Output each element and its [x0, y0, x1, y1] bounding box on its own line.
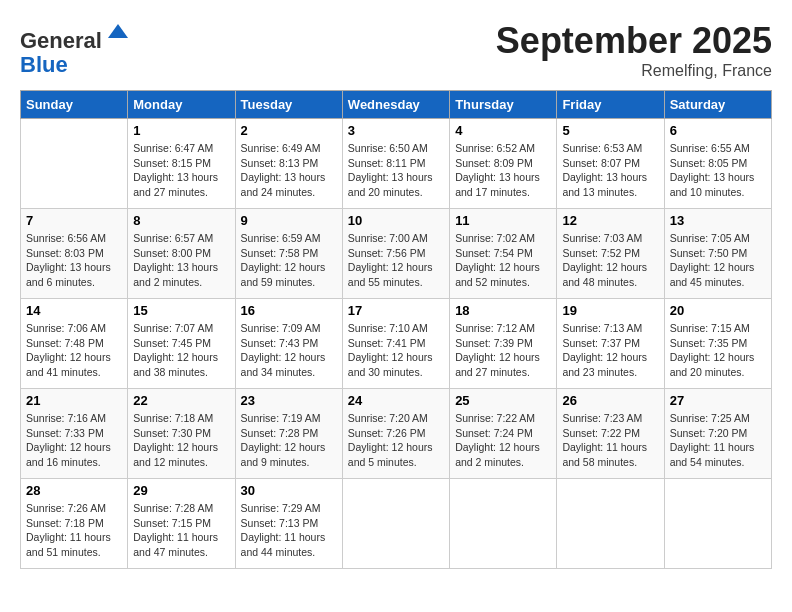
day-info: Sunrise: 7:02 AMSunset: 7:54 PMDaylight:… [455, 231, 551, 290]
day-info: Sunrise: 7:23 AMSunset: 7:22 PMDaylight:… [562, 411, 658, 470]
day-number: 23 [241, 393, 337, 408]
calendar-day-cell: 24Sunrise: 7:20 AMSunset: 7:26 PMDayligh… [342, 389, 449, 479]
calendar-week-row: 21Sunrise: 7:16 AMSunset: 7:33 PMDayligh… [21, 389, 772, 479]
day-info: Sunrise: 7:15 AMSunset: 7:35 PMDaylight:… [670, 321, 766, 380]
calendar-day-cell: 27Sunrise: 7:25 AMSunset: 7:20 PMDayligh… [664, 389, 771, 479]
calendar-day-cell: 16Sunrise: 7:09 AMSunset: 7:43 PMDayligh… [235, 299, 342, 389]
day-number: 1 [133, 123, 229, 138]
title-block: September 2025 Remelfing, France [496, 20, 772, 80]
calendar-day-cell [664, 479, 771, 569]
day-info: Sunrise: 6:56 AMSunset: 8:03 PMDaylight:… [26, 231, 122, 290]
day-info: Sunrise: 6:59 AMSunset: 7:58 PMDaylight:… [241, 231, 337, 290]
day-number: 18 [455, 303, 551, 318]
day-number: 6 [670, 123, 766, 138]
calendar-week-row: 1Sunrise: 6:47 AMSunset: 8:15 PMDaylight… [21, 119, 772, 209]
calendar-day-cell: 15Sunrise: 7:07 AMSunset: 7:45 PMDayligh… [128, 299, 235, 389]
calendar-day-cell: 22Sunrise: 7:18 AMSunset: 7:30 PMDayligh… [128, 389, 235, 479]
logo-blue-text: Blue [20, 52, 68, 77]
calendar-day-cell: 4Sunrise: 6:52 AMSunset: 8:09 PMDaylight… [450, 119, 557, 209]
calendar-day-cell: 29Sunrise: 7:28 AMSunset: 7:15 PMDayligh… [128, 479, 235, 569]
calendar-day-cell: 23Sunrise: 7:19 AMSunset: 7:28 PMDayligh… [235, 389, 342, 479]
day-number: 20 [670, 303, 766, 318]
calendar-day-header: Monday [128, 91, 235, 119]
month-title: September 2025 [496, 20, 772, 62]
calendar-day-cell: 28Sunrise: 7:26 AMSunset: 7:18 PMDayligh… [21, 479, 128, 569]
location: Remelfing, France [496, 62, 772, 80]
day-number: 22 [133, 393, 229, 408]
calendar-day-header: Saturday [664, 91, 771, 119]
day-info: Sunrise: 7:22 AMSunset: 7:24 PMDaylight:… [455, 411, 551, 470]
calendar-day-cell: 19Sunrise: 7:13 AMSunset: 7:37 PMDayligh… [557, 299, 664, 389]
calendar-day-cell: 3Sunrise: 6:50 AMSunset: 8:11 PMDaylight… [342, 119, 449, 209]
day-info: Sunrise: 6:53 AMSunset: 8:07 PMDaylight:… [562, 141, 658, 200]
day-info: Sunrise: 7:03 AMSunset: 7:52 PMDaylight:… [562, 231, 658, 290]
day-number: 13 [670, 213, 766, 228]
day-number: 2 [241, 123, 337, 138]
calendar-day-header: Wednesday [342, 91, 449, 119]
day-info: Sunrise: 6:52 AMSunset: 8:09 PMDaylight:… [455, 141, 551, 200]
day-number: 29 [133, 483, 229, 498]
calendar-day-cell: 14Sunrise: 7:06 AMSunset: 7:48 PMDayligh… [21, 299, 128, 389]
day-number: 8 [133, 213, 229, 228]
day-info: Sunrise: 7:09 AMSunset: 7:43 PMDaylight:… [241, 321, 337, 380]
day-info: Sunrise: 6:49 AMSunset: 8:13 PMDaylight:… [241, 141, 337, 200]
calendar-day-cell [21, 119, 128, 209]
day-number: 24 [348, 393, 444, 408]
day-info: Sunrise: 6:55 AMSunset: 8:05 PMDaylight:… [670, 141, 766, 200]
day-info: Sunrise: 7:29 AMSunset: 7:13 PMDaylight:… [241, 501, 337, 560]
day-number: 25 [455, 393, 551, 408]
day-info: Sunrise: 7:18 AMSunset: 7:30 PMDaylight:… [133, 411, 229, 470]
day-info: Sunrise: 7:26 AMSunset: 7:18 PMDaylight:… [26, 501, 122, 560]
calendar-day-cell: 11Sunrise: 7:02 AMSunset: 7:54 PMDayligh… [450, 209, 557, 299]
day-number: 27 [670, 393, 766, 408]
calendar-day-header: Sunday [21, 91, 128, 119]
day-number: 7 [26, 213, 122, 228]
day-info: Sunrise: 7:13 AMSunset: 7:37 PMDaylight:… [562, 321, 658, 380]
calendar-day-cell [557, 479, 664, 569]
day-info: Sunrise: 7:20 AMSunset: 7:26 PMDaylight:… [348, 411, 444, 470]
calendar-day-header: Thursday [450, 91, 557, 119]
calendar-week-row: 7Sunrise: 6:56 AMSunset: 8:03 PMDaylight… [21, 209, 772, 299]
day-number: 15 [133, 303, 229, 318]
day-number: 3 [348, 123, 444, 138]
calendar-day-cell: 5Sunrise: 6:53 AMSunset: 8:07 PMDaylight… [557, 119, 664, 209]
calendar-day-cell: 18Sunrise: 7:12 AMSunset: 7:39 PMDayligh… [450, 299, 557, 389]
day-number: 19 [562, 303, 658, 318]
day-info: Sunrise: 6:57 AMSunset: 8:00 PMDaylight:… [133, 231, 229, 290]
calendar-body: 1Sunrise: 6:47 AMSunset: 8:15 PMDaylight… [21, 119, 772, 569]
day-number: 11 [455, 213, 551, 228]
day-number: 4 [455, 123, 551, 138]
day-number: 26 [562, 393, 658, 408]
day-info: Sunrise: 7:07 AMSunset: 7:45 PMDaylight:… [133, 321, 229, 380]
calendar-day-cell: 8Sunrise: 6:57 AMSunset: 8:00 PMDaylight… [128, 209, 235, 299]
calendar-day-cell: 21Sunrise: 7:16 AMSunset: 7:33 PMDayligh… [21, 389, 128, 479]
calendar-day-cell: 1Sunrise: 6:47 AMSunset: 8:15 PMDaylight… [128, 119, 235, 209]
calendar-day-cell: 20Sunrise: 7:15 AMSunset: 7:35 PMDayligh… [664, 299, 771, 389]
calendar-week-row: 14Sunrise: 7:06 AMSunset: 7:48 PMDayligh… [21, 299, 772, 389]
calendar-day-cell: 6Sunrise: 6:55 AMSunset: 8:05 PMDaylight… [664, 119, 771, 209]
logo-icon [104, 20, 132, 48]
calendar-day-cell: 30Sunrise: 7:29 AMSunset: 7:13 PMDayligh… [235, 479, 342, 569]
calendar-day-cell: 9Sunrise: 6:59 AMSunset: 7:58 PMDaylight… [235, 209, 342, 299]
calendar-day-cell: 12Sunrise: 7:03 AMSunset: 7:52 PMDayligh… [557, 209, 664, 299]
calendar-day-cell: 13Sunrise: 7:05 AMSunset: 7:50 PMDayligh… [664, 209, 771, 299]
day-info: Sunrise: 7:16 AMSunset: 7:33 PMDaylight:… [26, 411, 122, 470]
calendar-day-header: Tuesday [235, 91, 342, 119]
day-number: 28 [26, 483, 122, 498]
calendar-table: SundayMondayTuesdayWednesdayThursdayFrid… [20, 90, 772, 569]
day-number: 30 [241, 483, 337, 498]
calendar-week-row: 28Sunrise: 7:26 AMSunset: 7:18 PMDayligh… [21, 479, 772, 569]
day-info: Sunrise: 6:50 AMSunset: 8:11 PMDaylight:… [348, 141, 444, 200]
day-info: Sunrise: 7:19 AMSunset: 7:28 PMDaylight:… [241, 411, 337, 470]
calendar-day-cell: 10Sunrise: 7:00 AMSunset: 7:56 PMDayligh… [342, 209, 449, 299]
day-info: Sunrise: 7:06 AMSunset: 7:48 PMDaylight:… [26, 321, 122, 380]
calendar-day-cell: 2Sunrise: 6:49 AMSunset: 8:13 PMDaylight… [235, 119, 342, 209]
logo: General Blue [20, 20, 132, 77]
day-info: Sunrise: 7:25 AMSunset: 7:20 PMDaylight:… [670, 411, 766, 470]
calendar-day-cell: 7Sunrise: 6:56 AMSunset: 8:03 PMDaylight… [21, 209, 128, 299]
day-info: Sunrise: 7:28 AMSunset: 7:15 PMDaylight:… [133, 501, 229, 560]
day-number: 12 [562, 213, 658, 228]
page-header: General Blue September 2025 Remelfing, F… [20, 20, 772, 80]
day-info: Sunrise: 7:00 AMSunset: 7:56 PMDaylight:… [348, 231, 444, 290]
day-info: Sunrise: 7:12 AMSunset: 7:39 PMDaylight:… [455, 321, 551, 380]
